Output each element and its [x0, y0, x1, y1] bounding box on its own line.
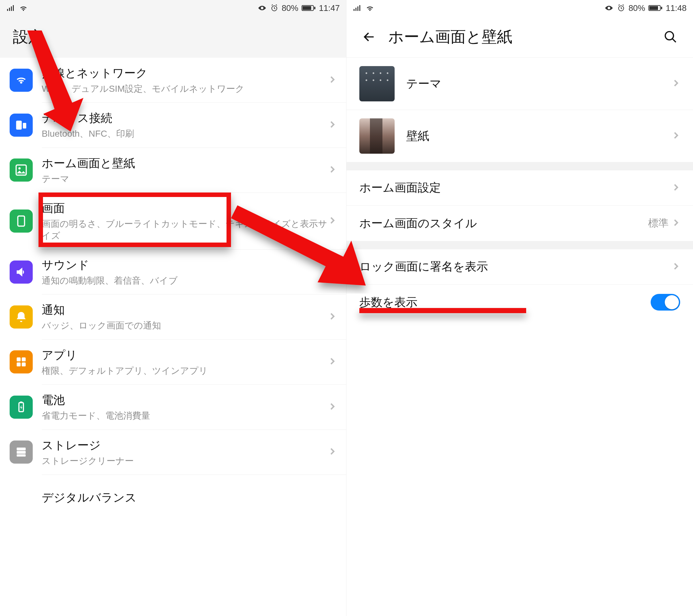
settings-item-notifications[interactable]: 通知 バッジ、ロック画面での通知 [0, 295, 346, 339]
list-item-title: デバイス接続 [42, 111, 328, 126]
chevron-right-icon [672, 79, 680, 88]
chevron-right-icon [672, 131, 680, 141]
svg-rect-11 [17, 362, 21, 366]
list-item-title: サウンド [42, 257, 328, 273]
home-style-row[interactable]: ホーム画面のスタイル 標準 [346, 206, 693, 241]
svg-rect-6 [16, 165, 26, 176]
battery-text: 80% [282, 3, 298, 13]
annotation-underline [359, 308, 526, 313]
alarm-icon [617, 4, 625, 12]
status-bar: 80% 11:48 [346, 0, 693, 16]
home-settings-row[interactable]: ホーム画面設定 [346, 171, 693, 206]
list-item-sub: Wi-Fi、デュアルSIM設定、モバイルネットワーク [42, 83, 328, 95]
settings-item-home-wallpaper[interactable]: ホーム画面と壁紙 テーマ [0, 148, 346, 193]
chevron-right-icon [328, 447, 337, 457]
alarm-icon [270, 4, 278, 12]
svg-rect-5 [23, 123, 26, 128]
theme-label: テーマ [406, 76, 672, 92]
svg-rect-8 [18, 216, 25, 226]
settings-item-wireless[interactable]: 無線とネットワーク Wi-Fi、デュアルSIM設定、モバイルネットワーク [0, 58, 346, 102]
settings-list: 無線とネットワーク Wi-Fi、デュアルSIM設定、モバイルネットワーク デバイ… [0, 58, 346, 513]
home-style-value: 標準 [648, 216, 669, 230]
svg-rect-22 [661, 7, 662, 9]
list-item-sub: 通知の鳴動制限、着信音、バイブ [42, 275, 328, 286]
list-item-title: アプリ [42, 347, 328, 363]
list-item-sub: 省電力モード、電池消費量 [42, 410, 328, 422]
battery-icon [648, 4, 662, 12]
theme-thumbnail [359, 66, 395, 101]
list-item-title: 通知 [42, 302, 328, 318]
settings-item-storage[interactable]: ストレージ ストレージクリーナー [0, 430, 346, 475]
svg-rect-4 [16, 121, 22, 130]
sound-icon [9, 260, 33, 284]
list-item-sub: ストレージクリーナー [42, 455, 328, 467]
chevron-right-icon [328, 75, 337, 85]
device-connect-icon [9, 114, 33, 137]
battery-text: 80% [629, 3, 645, 13]
list-item-sub: 権限、デフォルトアプリ、ツインアプリ [42, 365, 328, 377]
svg-rect-15 [17, 448, 26, 451]
chevron-right-icon [328, 267, 337, 277]
section-divider [346, 162, 693, 171]
wifi-square-icon [9, 69, 33, 92]
settings-item-sound[interactable]: サウンド 通知の鳴動制限、着信音、バイブ [0, 250, 346, 294]
eye-icon [257, 4, 267, 12]
chevron-right-icon [328, 402, 337, 412]
settings-item-digital-balance[interactable]: デジタルバランス [0, 475, 346, 513]
page-title: 設定 [13, 27, 44, 47]
svg-rect-16 [17, 451, 26, 454]
svg-rect-12 [22, 362, 26, 366]
clock-text: 11:47 [319, 3, 340, 13]
wifi-icon [365, 4, 375, 12]
svg-rect-21 [649, 6, 658, 10]
svg-rect-9 [17, 357, 21, 361]
list-item-sub: バッジ、ロック画面での通知 [42, 320, 328, 332]
chevron-right-icon [328, 216, 337, 226]
page-title: ホーム画面と壁紙 [388, 27, 512, 47]
svg-point-23 [666, 32, 674, 40]
list-item-sub: Bluetooth、NFC、印刷 [42, 128, 328, 140]
annotation-highlight-rect [39, 193, 231, 247]
theme-row[interactable]: テーマ [346, 58, 693, 110]
settings-item-apps[interactable]: アプリ 権限、デフォルトアプリ、ツインアプリ [0, 340, 346, 384]
bell-icon [9, 305, 33, 329]
image-icon [9, 158, 33, 182]
chevron-right-icon [672, 218, 680, 228]
home-wallpaper-screen: 80% 11:48 ホーム画面と壁紙 テーマ 壁紙 ホーム画面設定 ホーム画面の… [346, 0, 693, 616]
settings-header: 設定 [0, 16, 346, 58]
chevron-right-icon [672, 183, 680, 193]
chevron-right-icon [328, 165, 337, 175]
signal-icon [6, 4, 15, 12]
settings-item-device-connect[interactable]: デバイス接続 Bluetooth、NFC、印刷 [0, 103, 346, 147]
chevron-right-icon [328, 120, 337, 130]
wallpaper-row[interactable]: 壁紙 [346, 110, 693, 162]
svg-point-7 [18, 167, 21, 170]
search-button[interactable] [661, 27, 680, 46]
list-item-title: デジタルバランス [42, 490, 337, 505]
lock-signature-row[interactable]: ロック画面に署名を表示 [346, 249, 693, 284]
svg-rect-2 [302, 6, 311, 10]
battery-icon [302, 4, 316, 12]
steps-row[interactable]: 歩数を表示 [346, 284, 693, 320]
apps-icon [9, 350, 33, 374]
steps-toggle[interactable] [651, 294, 680, 311]
back-button[interactable] [359, 27, 379, 46]
svg-rect-17 [17, 454, 26, 457]
list-item-title: 電池 [42, 392, 328, 408]
list-item-title: ストレージ [42, 438, 328, 453]
svg-rect-3 [314, 7, 315, 9]
signal-icon [353, 4, 362, 12]
home-style-label: ホーム画面のスタイル [359, 216, 648, 231]
settings-screen: 80% 11:47 設定 無線とネットワーク Wi-Fi、デュアルSIM設定、モ… [0, 0, 346, 616]
list-item-title: 無線とネットワーク [42, 65, 328, 81]
wallpaper-label: 壁紙 [406, 128, 672, 144]
chevron-right-icon [328, 357, 337, 367]
settings-item-battery[interactable]: 電池 省電力モード、電池消費量 [0, 385, 346, 429]
status-bar: 80% 11:47 [0, 0, 346, 16]
svg-rect-10 [22, 357, 26, 361]
wifi-icon [19, 4, 28, 12]
clock-text: 11:48 [666, 3, 687, 13]
list-item-title: ホーム画面と壁紙 [42, 156, 328, 171]
wallpaper-thumbnail [359, 118, 395, 154]
storage-icon [9, 440, 33, 463]
